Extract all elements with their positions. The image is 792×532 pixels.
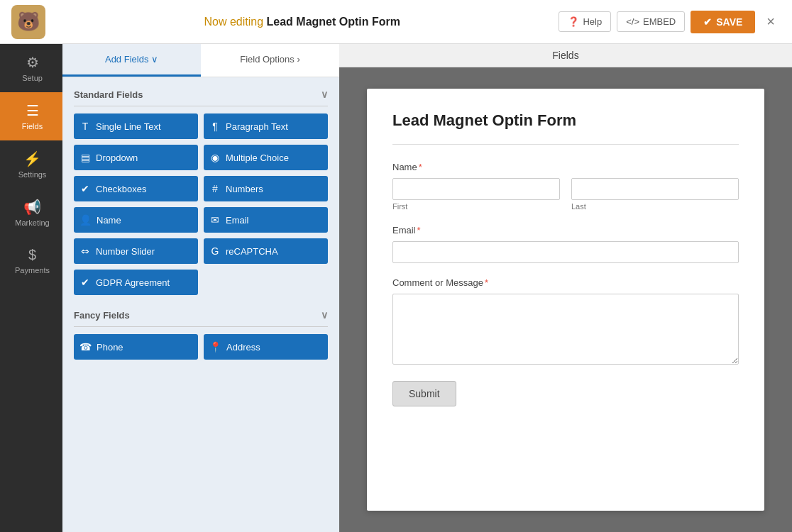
field-btn-recaptcha[interactable]: G reCAPTCHA [204,238,328,264]
message-field-label: Comment or Message* [392,277,739,288]
fancy-fields-label: Fancy Fields [74,310,130,321]
message-textarea[interactable] [392,294,739,365]
save-button[interactable]: ✔ SAVE [691,11,755,33]
gdpr-icon: ✔ [79,277,91,288]
main-layout: ⚙ Setup ☰ Fields ⚡ Settings 📢 Marketing … [0,44,792,532]
fancy-fields-chevron: ∨ [321,309,328,321]
field-btn-dropdown[interactable]: ▤ Dropdown [74,145,198,170]
sidebar-item-fields-label: Fields [22,122,43,131]
standard-fields-grid: T Single Line Text ¶ Paragraph Text ▤ Dr… [74,113,328,295]
form-field-email: Email* [392,225,739,263]
fancy-fields-header: Fancy Fields ∨ [74,309,328,327]
first-name-col: First [392,178,560,211]
checkboxes-icon: ✔ [79,183,91,194]
numbers-icon: # [209,183,221,194]
logo-area: 🐻 [11,5,45,39]
fields-content: Standard Fields ∨ T Single Line Text ¶ P… [62,77,339,532]
name-icon: 👤 [79,214,92,226]
form-field-message: Comment or Message* [392,277,739,367]
preview-header: Fields [339,44,792,67]
standard-fields-label: Standard Fields [74,89,143,100]
email-icon: ✉ [209,214,221,226]
logo-icon: 🐻 [11,5,45,39]
slider-icon: ⇔ [79,245,91,257]
preview-body: Lead Magnet Optin Form Name* First [339,67,792,532]
form-title: Lead Magnet Optin Form [392,111,739,130]
form-field-name: Name* First Last [392,162,739,211]
help-button[interactable]: ❓ Help [559,11,611,32]
tab-add-fields[interactable]: Add Fields ∨ [62,44,201,77]
check-icon: ✔ [703,16,712,28]
fields-tabs: Add Fields ∨ Field Options › [62,44,339,77]
payments-icon: $ [28,247,36,263]
close-button[interactable]: × [761,11,781,33]
sidebar-item-marketing-label: Marketing [15,218,49,227]
top-header: 🐻 Now editing Lead Magnet Optin Form ❓ H… [0,0,792,44]
first-name-sub-label: First [392,202,560,211]
standard-fields-header: Standard Fields ∨ [74,89,328,106]
paragraph-icon: ¶ [209,121,221,132]
name-field-label: Name* [392,162,739,172]
settings-icon: ⚡ [23,150,41,167]
side-nav: ⚙ Setup ☰ Fields ⚡ Settings 📢 Marketing … [0,44,62,532]
field-btn-number-slider[interactable]: ⇔ Number Slider [74,238,198,264]
setup-icon: ⚙ [26,54,39,71]
address-icon: 📍 [209,341,221,353]
field-btn-gdpr[interactable]: ✔ GDPR Agreement [74,270,198,295]
fields-icon: ☰ [26,102,39,119]
preview-tab-label: Fields [552,50,578,61]
standard-fields-chevron: ∨ [321,89,328,100]
fancy-fields-grid: ☎ Phone 📍 Address [74,334,328,360]
recaptcha-icon: G [209,245,221,257]
tab-field-options[interactable]: Field Options › [201,44,339,77]
sidebar-item-payments-label: Payments [15,266,50,275]
submit-button[interactable]: Submit [392,381,456,406]
embed-button[interactable]: </> EMBED [617,11,685,32]
sidebar-item-payments[interactable]: $ Payments [0,237,62,284]
email-input[interactable] [392,241,739,263]
field-btn-address[interactable]: 📍 Address [204,334,328,360]
phone-icon: ☎ [79,341,92,353]
form-divider [392,144,739,145]
field-btn-numbers[interactable]: # Numbers [204,176,328,201]
multiple-choice-icon: ◉ [209,152,221,163]
field-btn-phone[interactable]: ☎ Phone [74,334,198,360]
field-btn-email[interactable]: ✉ Email [204,207,328,233]
name-input-row: First Last [392,178,739,211]
field-btn-single-line[interactable]: T Single Line Text [74,113,198,139]
field-btn-checkboxes[interactable]: ✔ Checkboxes [74,176,198,201]
single-line-icon: T [79,121,91,132]
sidebar-item-settings-label: Settings [18,170,47,179]
header-actions: ❓ Help </> EMBED ✔ SAVE × [559,11,781,33]
marketing-icon: 📢 [23,199,41,216]
email-field-label: Email* [392,225,739,235]
form-name-label: Lead Magnet Optin Form [267,16,400,28]
last-name-input[interactable] [571,178,739,200]
field-btn-paragraph[interactable]: ¶ Paragraph Text [204,113,328,139]
embed-icon: </> [626,16,639,27]
header-title: Now editing Lead Magnet Optin Form [45,16,559,28]
last-name-sub-label: Last [571,202,739,211]
name-required-indicator: * [419,162,422,172]
preview-panel: Fields Lead Magnet Optin Form Name* Firs… [339,44,792,532]
help-icon: ❓ [568,16,579,27]
dropdown-icon: ▤ [79,152,91,163]
message-required-indicator: * [485,277,488,288]
first-name-input[interactable] [392,178,560,200]
sidebar-item-settings[interactable]: ⚡ Settings [0,140,62,189]
email-required-indicator: * [417,225,421,235]
field-btn-name[interactable]: 👤 Name [74,207,198,233]
sidebar-item-marketing[interactable]: 📢 Marketing [0,189,62,237]
field-btn-multiple-choice[interactable]: ◉ Multiple Choice [204,145,328,170]
fields-panel: Add Fields ∨ Field Options › Standard Fi… [62,44,339,532]
last-name-col: Last [571,178,739,211]
sidebar-item-setup-label: Setup [22,74,43,82]
editing-label: Now editing [204,16,263,28]
sidebar-item-setup[interactable]: ⚙ Setup [0,44,62,92]
form-card: Lead Magnet Optin Form Name* First [367,89,764,511]
sidebar-item-fields[interactable]: ☰ Fields [0,92,62,140]
